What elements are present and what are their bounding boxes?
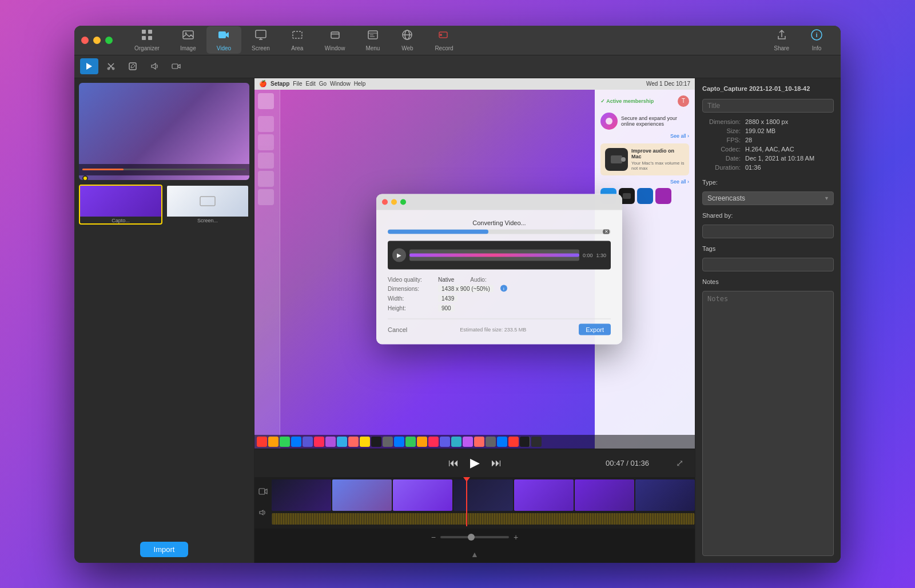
setapp-card-content: Improve audio on Mac Your Mac's max volu… bbox=[605, 148, 685, 171]
toolbar-menu[interactable]: Menu bbox=[355, 26, 390, 54]
thumbnail-large[interactable] bbox=[79, 83, 249, 180]
dock-item-22 bbox=[497, 437, 507, 447]
dialog-close[interactable] bbox=[382, 199, 388, 205]
dialog-maximize[interactable] bbox=[400, 199, 406, 205]
setapp-logo bbox=[600, 113, 618, 130]
audio-button[interactable] bbox=[145, 58, 164, 74]
dimensions-info-icon: i bbox=[500, 285, 507, 292]
toolbar-web[interactable]: Web bbox=[390, 26, 424, 54]
main-toolbar: Organizer Image bbox=[124, 26, 834, 54]
toolbar-window[interactable]: Window bbox=[315, 26, 356, 54]
progress-cancel-x[interactable]: ✕ bbox=[603, 229, 610, 234]
app-icon-screen bbox=[611, 155, 622, 163]
dock-item-11 bbox=[371, 437, 381, 447]
setapp-app-card: Improve audio on Mac Your Mac's max volu… bbox=[600, 143, 689, 175]
close-button[interactable] bbox=[81, 37, 89, 44]
dock-item-17 bbox=[440, 437, 450, 447]
metadata-row-codec: Codec: H.264, AAC, AAC bbox=[702, 145, 834, 154]
play-button[interactable]: ▶ bbox=[470, 455, 480, 470]
setapp-membership-row: ✓ Active membership T bbox=[600, 95, 689, 107]
zoom-out-button[interactable]: − bbox=[431, 533, 436, 542]
forward-button[interactable]: ⏭ bbox=[491, 457, 502, 469]
sidebar-icon-6 bbox=[258, 189, 274, 205]
thumb-playbar bbox=[79, 164, 249, 175]
menubar-go: Go bbox=[319, 81, 327, 87]
dialog-minimize[interactable] bbox=[391, 199, 397, 205]
mini-play-button[interactable]: ▶ bbox=[392, 248, 406, 262]
setapp-avatar: T bbox=[678, 95, 689, 107]
menubar-datetime: Wed 1 Dec 10:17 bbox=[646, 81, 690, 87]
zoom-in-button[interactable]: + bbox=[514, 533, 518, 542]
setapp-see-all-2[interactable]: See all › bbox=[600, 179, 689, 185]
play-pause-button[interactable] bbox=[80, 58, 98, 74]
info-icon: i bbox=[810, 29, 823, 44]
dock-item-16 bbox=[428, 437, 439, 447]
zoom-slider[interactable] bbox=[440, 536, 509, 538]
maximize-button[interactable] bbox=[105, 37, 113, 44]
toolbar-screen[interactable]: Screen bbox=[241, 26, 280, 54]
metadata-row-duration: Duration: 01:36 bbox=[702, 163, 834, 172]
video-track[interactable] bbox=[272, 479, 695, 511]
dock-item-1 bbox=[257, 437, 267, 447]
video-track-icon bbox=[258, 487, 268, 497]
sidebar-icon-2 bbox=[258, 116, 274, 132]
preview-area: 🍎 Setapp File Edit Go Window Help Wed 1 … bbox=[254, 78, 695, 449]
dock-item-14 bbox=[405, 437, 416, 447]
thumbnail-screen[interactable]: Screen... bbox=[166, 185, 249, 225]
toolbar-image[interactable]: Image bbox=[170, 26, 206, 54]
setapp-app-title: Improve audio on Mac bbox=[631, 148, 685, 159]
dialog-titlebar bbox=[376, 194, 622, 210]
type-select[interactable]: Screencasts Screen recordings Videos bbox=[702, 191, 834, 205]
toolbar-record[interactable]: Record bbox=[424, 26, 463, 54]
codec-value: H.264, AAC, AAC bbox=[745, 145, 834, 154]
dimensions-label: Dimensions: bbox=[388, 285, 433, 291]
toolbar-organizer[interactable]: Organizer bbox=[124, 26, 170, 54]
eject-area: ▲ bbox=[254, 546, 695, 563]
import-button[interactable]: Import bbox=[140, 542, 189, 557]
annotation-button[interactable] bbox=[124, 58, 142, 74]
svg-rect-2 bbox=[142, 36, 146, 40]
duration-label: Duration: bbox=[702, 163, 745, 172]
image-icon bbox=[182, 29, 194, 44]
thumb-screen-label: Screen... bbox=[197, 218, 218, 223]
dock-item-10 bbox=[360, 437, 370, 447]
rewind-button[interactable]: ⏮ bbox=[448, 457, 459, 469]
audio-track-icon bbox=[258, 509, 268, 518]
progress-track: ✕ bbox=[388, 229, 611, 234]
organizer-icon bbox=[141, 29, 153, 44]
svg-rect-3 bbox=[148, 36, 152, 40]
minimize-button[interactable] bbox=[93, 37, 101, 44]
thumbnail-row: Capto... Screen... bbox=[79, 185, 249, 225]
duration-value: 01:36 bbox=[745, 163, 834, 172]
tags-input[interactable] bbox=[702, 258, 834, 271]
dialog-export-button[interactable]: Export bbox=[579, 323, 611, 335]
secondary-toolbar bbox=[74, 55, 841, 78]
setapp-app-info: Improve audio on Mac Your Mac's max volu… bbox=[631, 148, 685, 171]
tags-label: Tags bbox=[702, 245, 834, 252]
dock-item-21 bbox=[486, 437, 496, 447]
mini-timeline-fill bbox=[409, 253, 579, 257]
setapp-membership-label: ✓ Active membership bbox=[600, 98, 654, 104]
camera-button[interactable] bbox=[167, 58, 185, 74]
cut-button[interactable] bbox=[102, 58, 120, 74]
thumb-capto-label: Capto... bbox=[112, 218, 130, 223]
dock-item-18 bbox=[451, 437, 462, 447]
dock-item-20 bbox=[474, 437, 484, 447]
notes-textarea[interactable] bbox=[702, 291, 834, 556]
dock-separator bbox=[520, 437, 530, 447]
fullscreen-button[interactable]: ⤢ bbox=[676, 458, 683, 469]
toolbar-video[interactable]: Video bbox=[206, 26, 241, 54]
thumbnail-capto[interactable]: Capto... bbox=[79, 185, 162, 225]
sidebar-scroll: Capto... Screen... bbox=[74, 78, 254, 536]
title-input[interactable] bbox=[702, 99, 834, 113]
setapp-see-all-1[interactable]: See all › bbox=[600, 133, 689, 139]
eject-button[interactable]: ▲ bbox=[471, 550, 479, 559]
shared-by-input[interactable] bbox=[702, 225, 834, 238]
toolbar-area[interactable]: Area bbox=[280, 26, 315, 54]
toolbar-info[interactable]: i Info bbox=[799, 26, 834, 54]
dock-item-4 bbox=[291, 437, 301, 447]
toolbar-share[interactable]: Share bbox=[763, 26, 799, 54]
menubar-file: File bbox=[293, 81, 302, 87]
dialog-cancel-button[interactable]: Cancel bbox=[388, 326, 407, 333]
dock-trash bbox=[531, 437, 542, 447]
